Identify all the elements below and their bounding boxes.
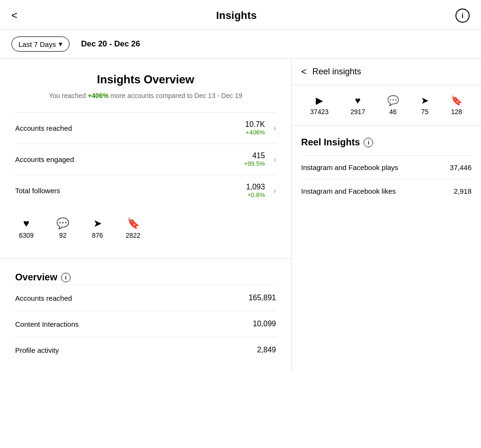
overview-stat-content-interactions: Content Interactions 10,099 [15,311,276,337]
page-title: Insights [216,9,257,22]
date-filter-button[interactable]: Last 7 Days ▾ [11,36,70,52]
reel-saves: 🔖 128 [451,95,463,116]
overview-stat-label-2: Profile activity [15,346,59,354]
right-column: < Reel insights ▶ 37423 ♥ 2917 💬 46 ➤ 75… [292,59,481,372]
stat-change-total-followers: +0.8% [247,191,265,198]
reel-heart-icon: ♥ [355,95,361,106]
comment-icon: 💬 [56,217,69,230]
stat-row-total-followers[interactable]: Total followers 1,093 +0.8% › [15,175,276,206]
bottom-overview-section: Overview i Accounts reached 165,891 Cont… [0,259,291,372]
share-icon: ➤ [93,217,102,230]
reel-detail-label-0: Instagram and Facebook plays [301,163,398,171]
reel-insights-title: Reel insights [312,67,361,77]
reel-insights-section-title: Reel Insights i [301,137,472,148]
reel-detail-plays: Instagram and Facebook plays 37,446 [301,155,472,179]
shares-count: 876 [92,232,103,239]
reel-detail-label-1: Instagram and Facebook likes [301,187,396,195]
reel-comments-count: 46 [389,108,397,116]
stat-change-accounts-engaged: +99.5% [244,160,265,167]
reel-likes-count: 2917 [350,108,365,116]
filter-bar: Last 7 Days ▾ Dec 20 - Dec 26 [0,30,481,59]
stat-value-accounts-reached: 10.7K [245,120,265,129]
reel-stats-icons-row: ▶ 37423 ♥ 2917 💬 46 ➤ 75 🔖 128 [292,85,481,125]
stat-value-accounts-engaged: 415 [252,152,265,160]
reel-insights-body: Reel Insights i Instagram and Facebook p… [292,125,481,214]
chevron-down-icon: ▾ [59,40,62,48]
reel-detail-value-0: 37,446 [450,163,472,171]
overview-stat-accounts-reached: Accounts reached 165,891 [15,285,276,311]
chevron-right-icon-0: › [274,124,276,133]
reel-share-icon: ➤ [421,95,429,106]
overview-stat-label-1: Content Interactions [15,320,79,328]
header: < Insights i [0,0,481,30]
date-range-label: Dec 20 - Dec 26 [81,39,140,49]
overview-stat-label-0: Accounts reached [15,294,72,302]
heart-icon: ♥ [23,217,29,230]
stat-row-accounts-engaged[interactable]: Accounts engaged 415 +99.5% › [15,143,276,175]
play-icon: ▶ [316,95,323,106]
stat-change-accounts-reached: +406% [246,129,265,136]
back-button[interactable]: < [11,9,18,22]
stat-value-total-followers: 1,093 [246,183,265,191]
likes-count: 6309 [19,232,34,239]
engagement-shares: ➤ 876 [92,217,103,239]
overview-stat-value-1: 10,099 [253,320,276,328]
stat-row-accounts-reached[interactable]: Accounts reached 10.7K +406% › [15,112,276,143]
stat-label-total-followers: Total followers [15,187,60,195]
reel-comment-icon: 💬 [387,95,399,106]
overview-stat-value-2: 2,849 [257,346,276,354]
bookmark-icon: 🔖 [127,217,140,230]
info-button[interactable]: i [455,9,470,23]
engagement-comments: 💬 92 [56,217,69,239]
reel-plays-count: 37423 [310,108,329,116]
subtitle-after: more accounts compared to Dec 13 - Dec 1… [108,92,242,99]
date-filter-label: Last 7 Days [18,40,56,48]
reel-shares-count: 75 [421,108,428,116]
left-column: Insights Overview You reached +406% more… [0,59,292,372]
reel-detail-likes: Instagram and Facebook likes 2,918 [301,179,472,203]
reel-shares: ➤ 75 [421,95,429,116]
main-content: Insights Overview You reached +406% more… [0,59,481,372]
insights-overview-title: Insights Overview [15,73,276,86]
comments-count: 92 [59,232,67,239]
reel-bookmark-icon: 🔖 [451,95,463,106]
overview-title-text: Overview [15,272,57,283]
overview-info-button[interactable]: i [61,273,71,282]
engagement-likes: ♥ 6309 [19,217,34,239]
reel-section-title-text: Reel Insights [301,137,360,148]
subtitle-highlight: +406% [88,92,108,99]
reel-comments: 💬 46 [387,95,399,116]
chevron-right-icon-2: › [274,187,276,195]
subtitle-before: You reached [49,92,88,99]
reel-back-button[interactable]: < [301,66,307,77]
reel-plays: ▶ 37423 [310,95,329,116]
insights-overview-subtitle: You reached +406% more accounts compared… [15,91,276,101]
reel-insights-header: < Reel insights [292,59,481,85]
saves-count: 2822 [126,232,141,239]
reel-info-button[interactable]: i [364,138,373,147]
stat-label-accounts-engaged: Accounts engaged [15,155,74,163]
reel-likes: ♥ 2917 [350,95,365,116]
engagement-saves: 🔖 2822 [126,217,141,239]
reel-detail-value-1: 2,918 [454,187,472,195]
insights-overview-section: Insights Overview You reached +406% more… [0,59,291,259]
stat-label-accounts-reached: Accounts reached [15,124,72,132]
overview-section-title: Overview i [15,272,276,283]
chevron-right-icon-1: › [274,155,276,164]
engagement-icons-row: ♥ 6309 💬 92 ➤ 876 🔖 2822 [15,206,276,249]
overview-stat-profile-activity: Profile activity 2,849 [15,337,276,363]
reel-saves-count: 128 [451,108,462,116]
overview-stat-value-0: 165,891 [249,294,276,302]
